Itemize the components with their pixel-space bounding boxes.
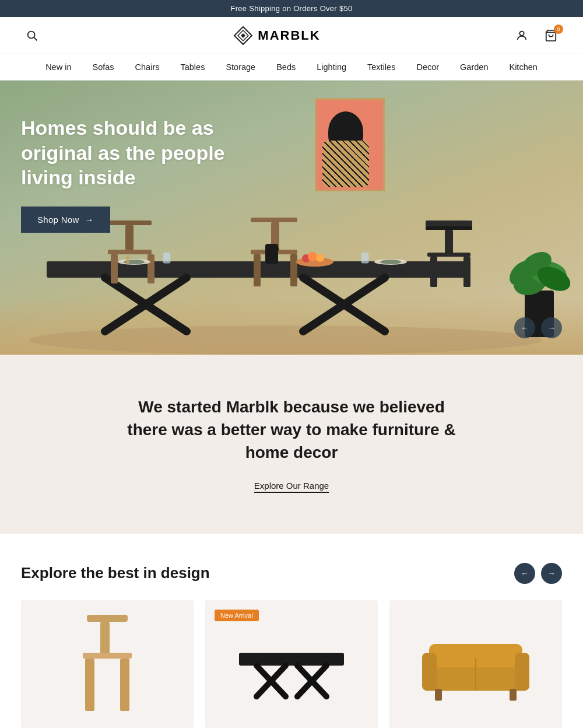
svg-point-0 [28, 31, 35, 38]
svg-rect-41 [361, 253, 368, 263]
hero-next-button[interactable]: → [541, 317, 562, 338]
arrow-icon: → [85, 215, 94, 225]
logo-text: MARBLK [258, 28, 320, 43]
svg-rect-18 [251, 218, 297, 222]
products-next-button[interactable]: → [541, 563, 562, 584]
chair-product-image [61, 609, 154, 720]
svg-rect-33 [273, 247, 279, 251]
products-section: Explore the best in design ← → [0, 534, 583, 728]
svg-marker-4 [241, 33, 245, 38]
product-card[interactable] [389, 600, 562, 728]
nav-item-decor[interactable]: Decor [416, 62, 439, 72]
nav-item-tables[interactable]: Tables [180, 62, 205, 72]
nav-item-textiles[interactable]: Textiles [367, 62, 395, 72]
banner-text: Free Shipping on Orders Over $50 [230, 4, 352, 13]
about-heading: We started Marblk because we believed th… [117, 396, 466, 464]
cart-wrapper: 0 [542, 27, 560, 44]
products-carousel-controls: ← → [514, 563, 562, 584]
svg-rect-22 [290, 254, 297, 286]
products-next-icon: → [547, 569, 556, 578]
nav-item-beds[interactable]: Beds [276, 62, 296, 72]
products-header: Explore the best in design ← → [21, 563, 562, 584]
svg-rect-31 [126, 256, 129, 264]
new-arrival-badge: New Arrival [215, 610, 259, 621]
header-left [23, 27, 41, 44]
shop-now-button[interactable]: Shop Now → [21, 206, 110, 233]
nav-item-lighting[interactable]: Lighting [317, 62, 346, 72]
svg-rect-23 [426, 220, 472, 226]
nav-item-garden[interactable]: Garden [460, 62, 488, 72]
cart-count: 0 [554, 24, 563, 34]
product-image-container: New Arrival [205, 600, 378, 728]
svg-rect-61 [422, 653, 437, 691]
search-button[interactable] [23, 27, 41, 44]
explore-link[interactable]: Explore Our Range [254, 481, 329, 493]
hero-text: Homes should be as original as the peopl… [21, 116, 243, 233]
nav-item-kitchen[interactable]: Kitchen [509, 62, 537, 72]
product-image-container [21, 600, 194, 728]
svg-rect-49 [100, 622, 110, 657]
products-prev-icon: ← [521, 569, 529, 578]
sofa-product-image [417, 624, 534, 705]
hero-heading: Homes should be as original as the peopl… [21, 116, 243, 190]
svg-rect-32 [265, 244, 278, 264]
svg-rect-15 [108, 250, 152, 254]
site-header: MARBLK 0 [0, 17, 583, 54]
logo-icon [233, 26, 253, 46]
svg-rect-26 [427, 253, 470, 257]
svg-rect-64 [435, 689, 442, 701]
svg-rect-65 [510, 689, 517, 701]
svg-point-5 [519, 31, 524, 35]
nav-item-chairs[interactable]: Chairs [135, 62, 160, 72]
about-section: We started Marblk because we believed th… [0, 355, 583, 534]
product-image-container [389, 600, 562, 728]
top-banner: Free Shipping on Orders Over $50 [0, 0, 583, 17]
products-heading: Explore the best in design [21, 564, 210, 582]
svg-point-39 [380, 260, 401, 264]
svg-rect-52 [120, 659, 129, 711]
hero-carousel-controls: ← → [514, 317, 562, 338]
hero-section: Homes should be as original as the peopl… [0, 80, 583, 355]
nav-item-storage[interactable]: Storage [226, 62, 255, 72]
svg-rect-51 [85, 659, 94, 711]
account-button[interactable] [513, 27, 531, 44]
product-card[interactable]: New Arrival [205, 600, 378, 728]
header-right: 0 [513, 27, 560, 44]
shop-now-label: Shop Now [37, 215, 79, 225]
nav-item-new-in[interactable]: New in [45, 62, 71, 72]
logo[interactable]: MARBLK [233, 26, 320, 46]
svg-line-1 [34, 37, 37, 40]
svg-rect-17 [147, 254, 154, 284]
next-icon: → [547, 323, 556, 332]
svg-rect-53 [83, 653, 132, 659]
svg-rect-27 [430, 257, 437, 287]
svg-rect-62 [515, 653, 529, 691]
svg-rect-28 [463, 257, 470, 287]
svg-point-36 [308, 252, 317, 261]
svg-rect-40 [163, 253, 170, 263]
svg-rect-21 [254, 254, 261, 286]
svg-rect-48 [87, 615, 128, 622]
prev-icon: ← [521, 323, 529, 332]
product-card[interactable] [21, 600, 194, 728]
svg-rect-16 [111, 254, 118, 284]
hero-prev-button[interactable]: ← [514, 317, 535, 338]
search-icon [26, 29, 38, 42]
table-product-image [233, 621, 350, 708]
products-prev-button[interactable]: ← [514, 563, 535, 584]
account-icon [515, 29, 528, 42]
main-nav: New in Sofas Chairs Tables Storage Beds … [0, 54, 583, 80]
svg-point-37 [316, 254, 324, 262]
svg-rect-24 [426, 226, 472, 230]
products-grid: New Arrival [21, 600, 562, 728]
nav-item-sofas[interactable]: Sofas [92, 62, 114, 72]
